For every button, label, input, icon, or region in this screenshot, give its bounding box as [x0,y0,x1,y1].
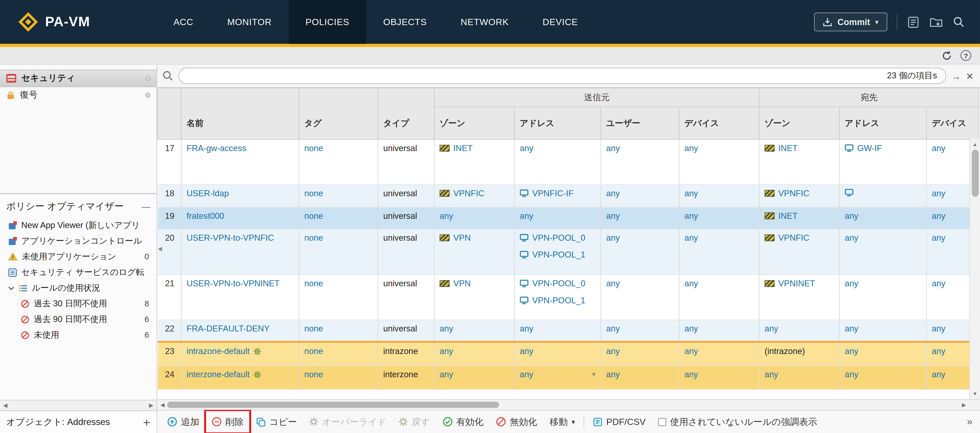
gear-icon[interactable] [253,371,261,378]
rule-tag-link[interactable]: none [304,233,323,243]
optimizer-item[interactable]: ルールの使用状況 [0,280,156,296]
sidebar-item[interactable]: 復号 [0,87,156,104]
apply-filter-icon[interactable]: → [951,71,961,81]
more-actions-icon[interactable]: » [967,416,976,427]
rule-tag-link[interactable]: none [304,211,323,220]
optimizer-item[interactable]: 未使用アプリケーション0 [0,249,156,264]
dst-device-value[interactable]: any [932,233,945,243]
optimizer-item[interactable]: 過去 30 日間不使用8 [0,296,156,312]
gear-icon[interactable] [253,348,261,355]
scroll-right-icon[interactable]: ▶ [149,403,154,409]
scroll-left-icon[interactable]: ◀ [160,402,165,408]
move-button[interactable]: 移動▾ [543,411,581,433]
collapse-panel-icon[interactable]: — [142,201,150,212]
rule-tag-link[interactable]: none [304,324,323,334]
device-value[interactable]: any [684,189,698,198]
dst-device-value[interactable]: any [932,279,945,288]
dst-address-value[interactable]: any [845,324,858,334]
dst-device-value[interactable]: any [932,347,945,356]
filter-caret-icon[interactable]: ▾ [592,370,595,379]
column-header-type[interactable]: タイプ [378,88,434,139]
user-value[interactable]: any [606,279,620,288]
src-address-value[interactable]: any [520,211,533,220]
src-address-value[interactable]: VPN-POOL_1 [532,296,585,305]
dst-device-value[interactable]: any [932,189,945,198]
device-value[interactable]: any [684,211,698,220]
chevron-down-icon[interactable] [8,285,14,291]
clear-filter-icon[interactable]: ✕ [966,71,974,81]
src-zone-value[interactable]: VPN [453,233,471,243]
src-address-value[interactable]: any [520,324,533,334]
search-icon[interactable] [952,16,965,28]
optimizer-item[interactable]: アプリケーションコントロール [0,233,156,249]
user-value[interactable]: any [606,189,620,198]
src-address-value[interactable]: any [520,370,533,379]
disable-button[interactable]: 無効化 [490,411,543,433]
nav-tab-policies[interactable]: POLICIES [289,0,366,44]
src-zone-value[interactable]: VPNFIC [453,189,484,198]
column-header-number[interactable] [158,88,181,139]
column-header-dst-address[interactable]: アドレス [839,107,926,139]
collapse-sidebar-icon[interactable]: ◀ [158,246,162,252]
pdfcsv-button[interactable]: PDF/CSV [587,411,652,433]
user-value[interactable]: any [606,144,620,153]
user-value[interactable]: any [606,347,620,356]
column-header-device[interactable]: デバイス [679,107,759,139]
rule-name-link[interactable]: FRA-gw-access [187,144,246,153]
optimizer-item[interactable]: セキュリティ サービスのログ転 [0,264,156,280]
highlight-button[interactable]: 使用されていないルールの強調表示 [652,411,824,433]
dst-device-value[interactable]: any [932,324,945,334]
rule-tag-link[interactable]: none [304,279,323,288]
src-address-value[interactable]: VPNFIC-IF [532,189,574,198]
scroll-up-icon[interactable]: ▲ [972,139,977,150]
dst-zone-value[interactable]: any [765,370,778,379]
optimizer-item[interactable]: 未使用6 [0,327,156,343]
user-value[interactable]: any [606,370,620,379]
filter-input[interactable]: 23 個の項目s [178,68,947,84]
refresh-icon[interactable] [941,50,952,61]
column-header-user[interactable]: ユーザー [601,107,679,139]
horizontal-scrollbar[interactable]: ◀ ▶ [157,399,980,410]
column-header-tag[interactable]: タグ [299,88,378,139]
optimizer-item[interactable]: New App Viewer (新しいアプリ [0,217,156,233]
rule-row-20[interactable]: 20USER-VPN-to-VPNFICnoneuniversalVPNVPN-… [158,229,979,275]
commit-button[interactable]: Commit ▾ [814,13,887,31]
src-zone-value[interactable]: VPN [453,279,471,288]
column-header-name[interactable]: 名前 [181,88,299,139]
rule-name-link[interactable]: USER-VPN-to-VPNINET [187,279,280,288]
scroll-left-icon[interactable]: ◀ [3,403,8,409]
tasks-icon[interactable] [907,16,920,29]
rule-tag-link[interactable]: none [304,189,323,198]
src-address-value[interactable]: any [520,347,533,356]
rule-name-link[interactable]: USER-VPN-to-VPNFIC [187,233,274,243]
dst-address-value[interactable]: any [845,370,858,379]
src-address-value[interactable]: VPN-POOL_0 [532,233,585,243]
sidebar-hscrollbar[interactable]: ◀ ▶ [0,400,156,411]
rule-row-24[interactable]: 24interzone-defaultnoneinterzoneanyany▾a… [158,366,979,390]
dst-zone-value[interactable]: VPNFIC [778,189,810,198]
user-value[interactable]: any [606,211,620,220]
scroll-right-icon[interactable]: ▶ [962,402,966,408]
src-address-value[interactable]: VPN-POOL_1 [532,250,585,260]
rule-name-link[interactable]: interzone-default [187,370,250,379]
dst-zone-value[interactable]: INET [778,144,798,153]
user-value[interactable]: any [606,233,620,243]
dst-address-value[interactable]: any [845,279,858,288]
dst-device-value[interactable]: any [932,370,945,379]
rule-name-link[interactable]: intrazone-default [187,347,250,356]
enable-button[interactable]: 有効化 [436,411,490,433]
horizontal-scroll-thumb[interactable] [167,402,499,408]
dst-address-value[interactable]: any [845,233,858,243]
src-zone-value[interactable]: any [440,347,453,356]
highlight-unused-checkbox[interactable] [658,417,666,426]
device-value[interactable]: any [684,347,698,356]
optimizer-item[interactable]: 過去 90 日間不使用6 [0,312,156,327]
rule-tag-link[interactable]: none [304,144,323,153]
column-header-dst-device[interactable]: デバイス [926,107,979,139]
delete-button[interactable]: 削除 [205,411,250,433]
dst-zone-value[interactable]: VPNINET [778,279,815,288]
nav-tab-device[interactable]: DEVICE [526,0,595,44]
dst-zone-value[interactable]: INET [778,211,798,220]
device-value[interactable]: any [684,144,698,153]
dst-address-value[interactable]: any [845,347,858,356]
